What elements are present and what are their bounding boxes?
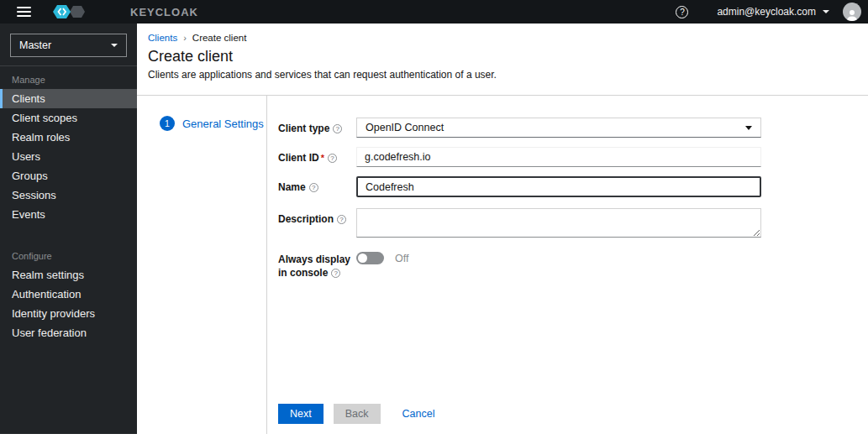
- realm-selector[interactable]: Master: [10, 34, 127, 57]
- wizard-content: 1 General Settings Client type? OpenID C…: [137, 96, 868, 434]
- general-settings-form: Client type? OpenID Connect Client ID*?: [267, 96, 868, 434]
- always-display-toggle[interactable]: [356, 252, 384, 264]
- breadcrumb-separator: ›: [183, 33, 187, 43]
- wizard-step-label: General Settings: [182, 118, 264, 130]
- nav-group-configure: Configure: [0, 243, 137, 265]
- toggle-state-label: Off: [395, 253, 408, 264]
- realm-caret-icon: [111, 44, 118, 47]
- breadcrumb: Clients › Create client: [148, 33, 855, 43]
- user-menu-caret-icon[interactable]: [823, 10, 829, 13]
- back-button[interactable]: Back: [334, 404, 381, 424]
- sidebar-item-clients[interactable]: Clients: [0, 89, 137, 108]
- next-button[interactable]: Next: [278, 404, 324, 424]
- cancel-button[interactable]: Cancel: [391, 404, 447, 424]
- sidebar-item-realm-settings[interactable]: Realm settings: [0, 265, 137, 285]
- hamburger-menu-icon[interactable]: [17, 7, 31, 17]
- sidebar-item-events[interactable]: Events: [0, 205, 137, 224]
- page-subtitle: Clients are applications and services th…: [148, 69, 855, 81]
- keycloak-logo-icon: [53, 4, 142, 19]
- question-circle-icon[interactable]: ?: [309, 183, 318, 192]
- client-id-row: Client ID*?: [278, 147, 761, 167]
- description-textarea[interactable]: [356, 208, 761, 238]
- main-content: Clients › Create client Create client Cl…: [137, 24, 868, 434]
- name-row: Name?: [278, 176, 761, 197]
- realm-selector-wrap: Master: [0, 24, 137, 66]
- sidebar-item-sessions[interactable]: Sessions: [0, 186, 137, 205]
- masthead-toolbar: ? admin@keycloak.com: [676, 3, 863, 21]
- masthead: KEYCLOAK ? admin@keycloak.com: [0, 0, 868, 24]
- always-display-label: Always display in console?: [278, 248, 356, 280]
- question-circle-icon[interactable]: ?: [331, 269, 340, 278]
- client-type-select[interactable]: OpenID Connect: [356, 118, 761, 138]
- required-asterisk: *: [321, 153, 324, 163]
- sidebar-item-users[interactable]: Users: [0, 147, 137, 166]
- name-input[interactable]: [356, 176, 761, 197]
- wizard-step-number: 1: [160, 116, 175, 131]
- description-label: Description?: [278, 208, 356, 238]
- client-id-input[interactable]: [356, 147, 761, 167]
- avatar-person-icon: [845, 8, 859, 21]
- keycloak-logo: KEYCLOAK: [53, 4, 198, 19]
- question-circle-icon[interactable]: ?: [333, 124, 342, 133]
- sidebar-item-groups[interactable]: Groups: [0, 166, 137, 186]
- name-label: Name?: [278, 176, 356, 197]
- form-actions: Next Back Cancel: [278, 404, 761, 424]
- client-id-label: Client ID*?: [278, 147, 356, 167]
- client-type-value: OpenID Connect: [366, 122, 444, 133]
- select-caret-icon: [745, 126, 752, 130]
- wizard-nav: 1 General Settings: [137, 96, 267, 434]
- question-circle-icon[interactable]: ?: [328, 154, 337, 163]
- brand-text: KEYCLOAK: [130, 6, 198, 18]
- page-title: Create client: [148, 48, 855, 65]
- page-header: Clients › Create client Create client Cl…: [137, 24, 868, 96]
- sidebar: Master Manage Clients Client scopes Real…: [0, 24, 137, 434]
- sidebar-item-realm-roles[interactable]: Realm roles: [0, 128, 137, 147]
- client-type-row: Client type? OpenID Connect: [278, 118, 761, 138]
- always-display-row: Always display in console? Off: [278, 248, 761, 280]
- help-icon[interactable]: ?: [676, 6, 688, 18]
- toggle-knob: [358, 253, 367, 263]
- wizard-step-general-settings[interactable]: 1 General Settings: [160, 116, 266, 131]
- sidebar-item-authentication[interactable]: Authentication: [0, 285, 137, 304]
- breadcrumb-clients-link[interactable]: Clients: [148, 33, 177, 43]
- user-avatar[interactable]: [843, 3, 861, 21]
- sidebar-item-client-scopes[interactable]: Client scopes: [0, 108, 137, 128]
- realm-selector-value: Master: [19, 39, 51, 51]
- nav-group-manage: Manage: [0, 66, 137, 89]
- sidebar-item-user-federation[interactable]: User federation: [0, 323, 137, 342]
- sidebar-item-identity-providers[interactable]: Identity providers: [0, 304, 137, 323]
- question-circle-icon[interactable]: ?: [337, 215, 346, 224]
- keycloak-admin-console: KEYCLOAK ? admin@keycloak.com Master: [0, 0, 868, 434]
- breadcrumb-current: Create client: [192, 33, 247, 43]
- user-menu[interactable]: admin@keycloak.com: [717, 6, 816, 18]
- description-row: Description?: [278, 208, 761, 238]
- client-type-label: Client type?: [278, 118, 356, 138]
